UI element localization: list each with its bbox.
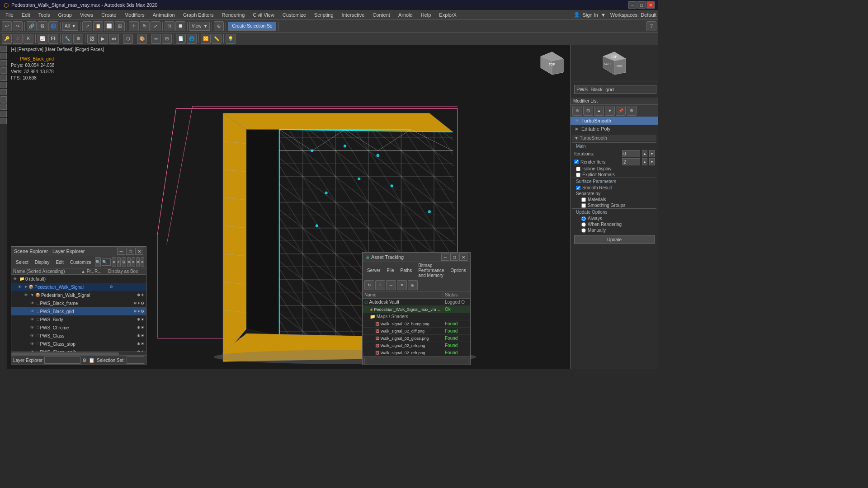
- menu-group[interactable]: Group: [54, 11, 75, 19]
- redo-button[interactable]: ↪: [13, 21, 23, 31]
- at-menu-paths[interactable]: Paths: [398, 267, 415, 273]
- menu-content[interactable]: Content: [369, 11, 394, 19]
- select-filter-dropdown[interactable]: All ▼: [62, 22, 78, 31]
- at-row-refr1[interactable]: 🖼 Walk_signal_02_refr.png Found: [363, 342, 470, 349]
- isoline-check[interactable]: [576, 167, 580, 171]
- menu-arnold[interactable]: Arnold: [395, 11, 416, 19]
- at-row-bump[interactable]: 🖼 Walk_signal_02_bump.png Found: [363, 320, 470, 328]
- lp-btn8[interactable]: [0, 96, 7, 103]
- at-row-diff[interactable]: 🖼 Walk_signal_02_diff.png Found: [363, 328, 470, 335]
- menu-tools[interactable]: Tools: [35, 11, 54, 19]
- scale-button[interactable]: ⤢: [151, 21, 160, 31]
- se-close[interactable]: ✕: [135, 248, 143, 255]
- render-frame[interactable]: ▶: [98, 34, 108, 44]
- select-obj-button[interactable]: ↗: [82, 21, 92, 31]
- layer-mgr[interactable]: 📑: [176, 34, 186, 44]
- lp-btn2[interactable]: [0, 53, 7, 59]
- maximize-button[interactable]: □: [637, 1, 646, 9]
- se-tab-customize[interactable]: Customize: [67, 259, 94, 265]
- at-remove[interactable]: ─: [386, 280, 396, 290]
- mod-icon3[interactable]: ▲: [594, 106, 604, 116]
- menu-customize[interactable]: Customize: [279, 11, 310, 19]
- se-eye-pws-c[interactable]: 👁: [24, 293, 30, 297]
- at-refresh[interactable]: ↻: [364, 280, 374, 290]
- snap-button[interactable]: 🔲: [175, 21, 185, 31]
- dropdown-arrow[interactable]: ▼: [601, 12, 606, 18]
- create-selection-button[interactable]: Create Selection Se: [228, 22, 276, 31]
- menu-help[interactable]: Help: [417, 11, 435, 19]
- render-setup[interactable]: 🖼: [87, 34, 97, 44]
- menu-rendering[interactable]: Rendering: [218, 11, 249, 19]
- se-eye-gstop[interactable]: 👁: [30, 342, 37, 346]
- select-by-material[interactable]: 🎨: [137, 34, 147, 44]
- at-row-refr2[interactable]: 🖼 Walk_signal_02_refr.png Found: [363, 349, 470, 357]
- se-row-chrome[interactable]: 👁 □ PWS_Chrome ❄ ☀: [11, 324, 146, 332]
- se-tab-edit[interactable]: Edit: [53, 259, 66, 265]
- se-eye-glass[interactable]: 👁: [30, 333, 37, 338]
- lp-btn11[interactable]: [0, 118, 7, 124]
- iterations-down[interactable]: ▼: [649, 150, 655, 157]
- lp-btn10[interactable]: [0, 111, 7, 117]
- auto-key[interactable]: A: [13, 34, 23, 44]
- react-controller[interactable]: ⚙: [73, 34, 83, 44]
- menu-graph-editors[interactable]: Graph Editors: [179, 11, 217, 19]
- menu-civil-view[interactable]: Civil View: [249, 11, 278, 19]
- workspace-value[interactable]: Default: [641, 12, 656, 18]
- nav-cube[interactable]: TOP: [538, 50, 566, 77]
- iterations-up[interactable]: ▲: [642, 150, 647, 157]
- at-close[interactable]: ✕: [459, 253, 467, 261]
- se-options[interactable]: ⚙: [122, 257, 126, 267]
- se-eye-body[interactable]: 👁: [30, 317, 37, 322]
- se-delete[interactable]: ✕: [112, 257, 116, 267]
- se-eye-gwalk[interactable]: 👁: [30, 350, 37, 352]
- lp-btn9[interactable]: [0, 103, 7, 110]
- select-by-name[interactable]: 📋: [93, 21, 103, 31]
- at-hscroll[interactable]: [364, 358, 468, 364]
- material-editor[interactable]: ⬡: [123, 34, 133, 44]
- at-body[interactable]: ⬡ Autodesk Vault Logged O ◈ Pedestrian_W…: [363, 299, 470, 357]
- align-button[interactable]: ⊟: [162, 34, 172, 44]
- se-eye-chrome[interactable]: 👁: [30, 325, 37, 330]
- at-row-vault[interactable]: ⬡ Autodesk Vault Logged O: [363, 299, 470, 306]
- se-create[interactable]: 🔍: [95, 257, 101, 267]
- lp-btn3[interactable]: [0, 60, 7, 66]
- at-row-maps-group[interactable]: 📁 Maps / Shaders: [363, 313, 470, 320]
- menu-create[interactable]: Create: [98, 11, 120, 19]
- materials-check[interactable]: [581, 197, 586, 202]
- at-menu-server[interactable]: Server: [364, 267, 383, 273]
- se-tab-select[interactable]: Select: [13, 259, 31, 265]
- rotate-button[interactable]: ↻: [140, 21, 150, 31]
- se-hscroll[interactable]: [11, 352, 146, 355]
- nav-cube-right[interactable]: TOP FRO LEFT: [601, 50, 628, 77]
- schematic[interactable]: 🔀: [201, 34, 211, 44]
- se-row-pws-child[interactable]: 👁 ▼ 📦 Pedestrian_Walk_Signal ❄ ☀: [11, 291, 146, 299]
- se-eye-pws-grp[interactable]: 👁: [18, 285, 24, 289]
- pivot-button[interactable]: ⊕: [214, 21, 224, 31]
- close-button[interactable]: ✕: [646, 1, 655, 9]
- lp-btn6[interactable]: [0, 82, 7, 88]
- reference-coord[interactable]: View ▼: [189, 22, 210, 31]
- measure[interactable]: 📏: [212, 34, 222, 44]
- mod-icon6[interactable]: ⚙: [627, 106, 637, 116]
- at-row-maxfile[interactable]: ◈ Pedestrian_Walk_Signal_max_vray.max Ok: [363, 306, 470, 313]
- se-layer-dropdown[interactable]: [44, 357, 80, 364]
- se-tree[interactable]: 👁 📁 0 (default) 👁 ▼ 📦 Pedestrian_Walk_Si…: [11, 275, 146, 352]
- se-minimize[interactable]: ─: [117, 248, 125, 255]
- window-cross[interactable]: ⊞: [115, 21, 125, 31]
- at-col-view[interactable]: ⊞: [408, 280, 418, 290]
- se-selection-set-field[interactable]: [127, 357, 144, 364]
- lp-btn5[interactable]: [0, 75, 7, 81]
- at-row-gloss[interactable]: 🖼 Walk_signal_02_gloss.png Found: [363, 335, 470, 342]
- explicit-normals-check[interactable]: [576, 173, 580, 177]
- lp-btn1[interactable]: [0, 46, 7, 52]
- at-menu-options[interactable]: Options: [448, 267, 468, 273]
- mod-icon5[interactable]: 📌: [616, 106, 626, 116]
- se-col4[interactable]: ≡: [141, 257, 144, 267]
- at-add[interactable]: +: [375, 280, 385, 290]
- se-col3[interactable]: ≡: [136, 257, 140, 267]
- select-link-button[interactable]: 🔗: [27, 21, 37, 31]
- at-menu-bitmap[interactable]: Bitmap Performance and Memory: [415, 263, 447, 278]
- menu-interactive[interactable]: Interactive: [338, 11, 368, 19]
- quick-render[interactable]: 💡: [226, 34, 236, 44]
- se-maximize[interactable]: □: [126, 248, 134, 255]
